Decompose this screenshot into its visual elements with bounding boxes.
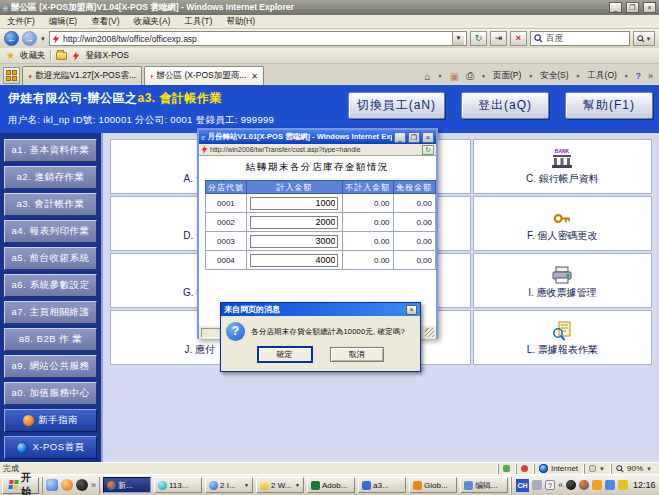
- tax-free-amount: 0.00: [393, 194, 435, 213]
- start-button[interactable]: 开始: [2, 477, 39, 494]
- help-tray-icon[interactable]: ?: [545, 480, 555, 490]
- task-button-5[interactable]: Adob...: [307, 477, 355, 493]
- menu-help[interactable]: 帮助(H): [219, 16, 262, 28]
- protected-mode-indicator: [498, 464, 514, 474]
- search-options-button[interactable]: ▼: [633, 31, 655, 46]
- menu-view[interactable]: 查看(V): [84, 16, 126, 28]
- go-button[interactable]: ⇥: [490, 31, 507, 46]
- menu-favorites[interactable]: 收藏夹(A): [127, 16, 178, 28]
- task-button-2[interactable]: 113...: [154, 477, 202, 493]
- dialog-actions: 確定 取消: [221, 347, 420, 362]
- grid-cell-i[interactable]: I. 應收票據管理: [473, 253, 652, 308]
- sidebar-item-a1[interactable]: a1. 基本資料作業: [4, 139, 97, 162]
- update-tray-icon[interactable]: [605, 480, 615, 490]
- star-tray-icon[interactable]: [592, 480, 602, 490]
- switch-staff-button[interactable]: 切換員工(aN): [348, 92, 445, 119]
- address-dropdown-icon[interactable]: ▼: [452, 32, 464, 45]
- amount-input[interactable]: [250, 254, 338, 267]
- printer-tray-icon[interactable]: [532, 480, 542, 490]
- popup-close-button[interactable]: ×: [422, 132, 434, 143]
- amount-input[interactable]: [250, 197, 338, 210]
- sidebar-item-guide[interactable]: 新手指南: [4, 409, 97, 432]
- menu-tools[interactable]: 工具(T): [177, 16, 219, 28]
- sidebar-item-a7[interactable]: a7. 主頁相關維護: [4, 301, 97, 324]
- stop-button[interactable]: ×: [510, 31, 527, 46]
- task-label: 2 W...: [271, 481, 291, 490]
- language-indicator[interactable]: CH: [516, 479, 529, 492]
- minimize-button[interactable]: _: [609, 2, 622, 13]
- sidebar-item-home[interactable]: X-POS首頁: [4, 436, 97, 459]
- popup-refresh-button[interactable]: ↻: [422, 145, 434, 155]
- tools-menu[interactable]: 工具(O): [588, 70, 617, 82]
- menu-file[interactable]: 文件(F): [0, 16, 42, 28]
- forward-button[interactable]: →: [22, 31, 37, 46]
- overflow-chevron-icon[interactable]: »: [91, 480, 96, 490]
- sidebar-item-a0[interactable]: a0. 加值服務中心: [4, 382, 97, 405]
- grid-cell-l[interactable]: L. 票據報表作業: [473, 310, 652, 365]
- red-status-icon: [521, 465, 528, 472]
- task-button-3[interactable]: 2 I...▼: [205, 477, 253, 493]
- refresh-button[interactable]: ↻: [470, 31, 487, 46]
- menu-edit[interactable]: 编辑(E): [42, 16, 84, 28]
- amount-input[interactable]: [250, 216, 338, 229]
- dialog-close-button[interactable]: ×: [406, 305, 417, 315]
- folder-icon: [56, 52, 67, 60]
- popup-maximize-button[interactable]: ❐: [408, 132, 420, 143]
- popup-minimize-button[interactable]: _: [394, 132, 406, 143]
- sidebar-item-a3[interactable]: a3. 會計帳作業: [4, 193, 97, 216]
- browser-quicklaunch-icon[interactable]: [61, 479, 73, 491]
- search-input[interactable]: [546, 34, 616, 44]
- tab-welcome[interactable]: 歡迎光臨V1.27[X-POS雲...: [22, 66, 142, 85]
- collapse-chevron-icon[interactable]: «: [558, 480, 563, 490]
- task-button-8[interactable]: 编辑...: [460, 477, 508, 493]
- zoom-control[interactable]: 90% ▼: [611, 464, 656, 474]
- logout-button[interactable]: 登出(aQ): [461, 92, 549, 119]
- amount-input[interactable]: [250, 235, 338, 248]
- grid-cell-c[interactable]: BANK C. 銀行帳戶資料: [473, 139, 652, 194]
- safety-menu[interactable]: 安全(S): [540, 70, 568, 82]
- favorites-link[interactable]: 登錄X-POS: [85, 50, 128, 62]
- print-icon[interactable]: ⎙: [466, 70, 474, 82]
- firefox-tray-icon[interactable]: [579, 480, 589, 490]
- tab-close-icon[interactable]: ✕: [251, 72, 258, 81]
- flag-indicator[interactable]: ▼: [584, 464, 609, 474]
- chevron-down-icon: ▼: [481, 73, 486, 79]
- address-url: http://win2008/tw/office/officexp.asp: [63, 34, 197, 44]
- ie-quicklaunch-icon[interactable]: [46, 479, 58, 491]
- back-button[interactable]: ←: [4, 31, 19, 46]
- sidebar-item-a2[interactable]: a2. 進銷存作業: [4, 166, 97, 189]
- recent-pages-dropdown-icon[interactable]: ▼: [40, 36, 46, 42]
- ok-button[interactable]: 確定: [258, 347, 312, 362]
- task-button-6[interactable]: a3...: [358, 477, 406, 493]
- overflow-chevron-icon[interactable]: »: [648, 71, 653, 81]
- task-button-1[interactable]: 新...: [103, 477, 151, 493]
- resize-grip[interactable]: [425, 328, 434, 337]
- cancel-button[interactable]: 取消: [330, 347, 384, 362]
- search-box[interactable]: [530, 31, 630, 46]
- qq-quicklaunch-icon[interactable]: [76, 479, 88, 491]
- tab-office[interactable]: 辦公區 (X-POS加盟商... ✕: [144, 66, 264, 85]
- task-label: 编辑...: [475, 480, 498, 491]
- task-button-7[interactable]: Glob...: [409, 477, 457, 493]
- help-button[interactable]: 幫助(F1): [565, 92, 653, 119]
- restore-button[interactable]: ❐: [626, 2, 639, 13]
- sidebar-item-a8[interactable]: a8. B2B 作 業: [4, 328, 97, 351]
- home-icon[interactable]: ⌂: [425, 71, 431, 82]
- favorites-label[interactable]: 收藏夹: [20, 50, 46, 62]
- close-button[interactable]: ×: [643, 2, 656, 13]
- address-input[interactable]: http://win2008/tw/office/officexp.asp ▼: [49, 31, 467, 46]
- qq-tray-icon[interactable]: [566, 480, 576, 490]
- sidebar-item-a4[interactable]: a4. 報表列印作業: [4, 220, 97, 243]
- page-menu[interactable]: 页面(P): [493, 70, 521, 82]
- task-button-4[interactable]: 2 W...▼: [256, 477, 304, 493]
- shield-tray-icon[interactable]: [618, 480, 628, 490]
- sidebar-item-a6[interactable]: a6. 系統參數設定: [4, 274, 97, 297]
- help-menu-icon[interactable]: ?: [636, 71, 641, 81]
- grid-cell-f[interactable]: F. 個人密碼更改: [473, 196, 652, 251]
- quick-tabs-button[interactable]: [3, 67, 20, 84]
- sidebar-item-a5[interactable]: a5. 前台收銀系統: [4, 247, 97, 270]
- sidebar-item-a9[interactable]: a9. 網站公共服務: [4, 355, 97, 378]
- store-code: 0004: [206, 251, 247, 270]
- tax-free-amount: 0.00: [393, 213, 435, 232]
- feeds-icon[interactable]: ▣: [450, 71, 459, 82]
